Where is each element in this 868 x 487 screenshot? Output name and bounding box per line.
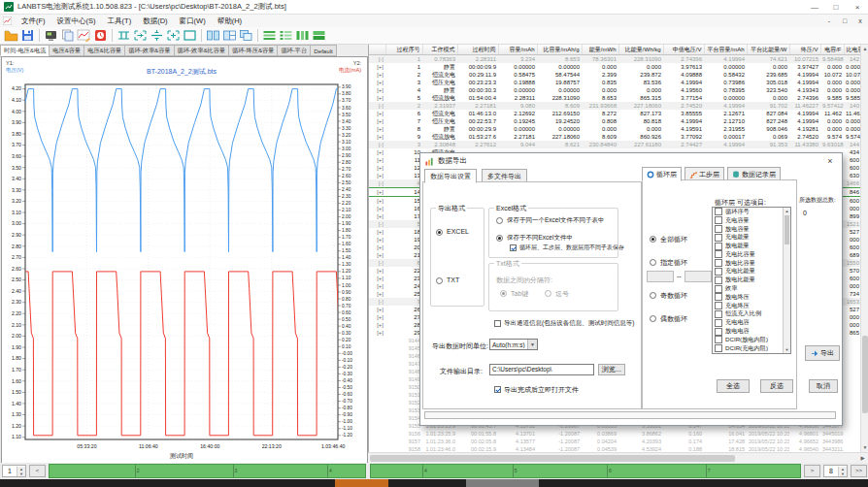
checkbox-icon[interactable] bbox=[715, 328, 722, 336]
expand-icon[interactable]: [+] bbox=[369, 313, 385, 321]
checkbox-channel-info-label[interactable]: 导出通道信息(包括设备信息、测试时间信息等) bbox=[504, 319, 634, 328]
radio-even-cycles[interactable] bbox=[650, 315, 656, 322]
output-dir-input[interactable]: C:\Users\pc\Desktop\ bbox=[489, 364, 594, 375]
expand-icon[interactable]: [+] bbox=[369, 86, 385, 94]
table-row[interactable]: 91561.01:23:25.900:01:55.84.13701-1.2008… bbox=[369, 430, 861, 438]
radio-specified-cycles-label[interactable]: 指定循环 bbox=[660, 258, 687, 268]
tile-grid-icon[interactable] bbox=[221, 28, 238, 43]
expand-icon[interactable]: [+] bbox=[369, 125, 385, 133]
radio-even-cycles-label[interactable]: 偶数循环 bbox=[660, 314, 687, 324]
radio-txt[interactable] bbox=[436, 277, 443, 284]
column-header[interactable]: 比容量/mAh/g bbox=[537, 45, 582, 55]
expand-icon[interactable]: [-] bbox=[369, 55, 385, 64]
radio-all-cycles[interactable] bbox=[650, 236, 656, 243]
save-icon[interactable] bbox=[19, 28, 36, 43]
table-row[interactable]: [+]7恒压充电00:22:53.70.1924519.245200.80880… bbox=[369, 117, 861, 125]
expand-icon[interactable]: [+] bbox=[369, 148, 385, 156]
chart-page-value[interactable]: 1 bbox=[3, 468, 17, 474]
column-header[interactable]: 电容/F bbox=[820, 45, 844, 55]
radio-excel[interactable] bbox=[436, 229, 443, 236]
split-horizontal-icon[interactable] bbox=[149, 28, 165, 43]
expand-icon[interactable]: [+] bbox=[369, 236, 385, 244]
time-unit-combobox[interactable]: Auto(h:m:s) ▼ bbox=[489, 339, 538, 350]
table-row[interactable]: [-]10.783632.283113.2348.65378.36301228.… bbox=[369, 55, 861, 64]
minimize-button[interactable]: — bbox=[804, 3, 825, 12]
expand-icon[interactable]: [-] bbox=[369, 259, 385, 267]
expand-icon[interactable] bbox=[369, 391, 385, 399]
checkbox-separate-sheets-label[interactable]: 循环层、工步层、数据层用不同子表保存 bbox=[519, 244, 624, 252]
checkbox-icon[interactable] bbox=[715, 216, 722, 224]
scroll-down-icon[interactable]: ▼ bbox=[861, 443, 868, 452]
expand-icon[interactable]: [+] bbox=[369, 156, 385, 164]
table-row[interactable]: [+]8静置00:00:29.90.000000.000000.0000.000… bbox=[369, 125, 861, 133]
spinner-arrows-icon[interactable]: ▲▼ bbox=[838, 467, 847, 476]
browse-button[interactable]: 浏览... bbox=[598, 364, 625, 375]
expand-icon[interactable]: [+] bbox=[369, 244, 385, 251]
tab-export-settings[interactable]: 数据导出设置 bbox=[424, 169, 477, 183]
view-tab[interactable]: 循环-终压&容量 bbox=[229, 45, 278, 56]
expand-icon[interactable] bbox=[369, 375, 385, 383]
cycle-item-checkbox[interactable]: 恒流充入比例 bbox=[713, 310, 790, 319]
taskbar-item[interactable] bbox=[335, 479, 388, 487]
expand-icon[interactable]: [+] bbox=[369, 79, 385, 86]
column-header[interactable]: 平台比能量/W bbox=[747, 45, 789, 55]
cascade-windows-icon[interactable] bbox=[238, 28, 254, 43]
expand-icon[interactable] bbox=[369, 352, 385, 360]
checkbox-icon[interactable] bbox=[715, 344, 722, 352]
list-scrollbar[interactable]: ▲▼ bbox=[783, 208, 790, 353]
column-header[interactable]: 能量/mWh bbox=[582, 45, 618, 55]
expand-icon[interactable]: [-] bbox=[369, 179, 385, 188]
spinner-arrows-icon[interactable]: ▲▼ bbox=[17, 467, 25, 476]
open-file-icon[interactable] bbox=[3, 28, 19, 43]
cycle-item-checkbox[interactable]: 充电比能量 bbox=[713, 268, 790, 276]
checkbox-icon[interactable] bbox=[715, 276, 722, 284]
scroll-right-icon[interactable]: ▶ bbox=[858, 454, 867, 463]
checkbox-icon[interactable] bbox=[715, 285, 722, 293]
checkbox-open-after-export[interactable] bbox=[494, 386, 501, 393]
radio-odd-cycles-label[interactable]: 奇数循环 bbox=[660, 291, 687, 301]
expand-icon[interactable] bbox=[369, 445, 385, 452]
table-row[interactable]: [+]1静置00:00:09.90.000000.000000.0000.000… bbox=[369, 63, 861, 71]
cycle-item-checkbox[interactable]: 放电能量 bbox=[713, 242, 790, 250]
column-header[interactable]: 比能量/Wh/kg bbox=[618, 45, 663, 55]
chevron-down-icon[interactable]: ▼ bbox=[527, 340, 537, 349]
dialog-close-icon[interactable]: × bbox=[823, 156, 837, 166]
expand-icon[interactable]: [+] bbox=[369, 188, 385, 197]
cycle-item-checkbox[interactable]: 充电比容量 bbox=[713, 250, 790, 259]
child-minimize-button[interactable]: - bbox=[821, 17, 837, 24]
table-last-page-button[interactable]: >> bbox=[851, 465, 867, 477]
list-detail-icon[interactable] bbox=[278, 28, 294, 43]
expand-icon[interactable] bbox=[369, 414, 385, 422]
table-page-progress[interactable]: 4567 bbox=[370, 464, 801, 478]
table-row[interactable]: [+]5恒流放电01:54:00.42.28311228.310908.6538… bbox=[369, 94, 861, 102]
cycle-item-checkbox[interactable]: 循环序号 bbox=[713, 208, 790, 216]
checkbox-separate-sheets[interactable] bbox=[510, 244, 517, 251]
chart-page-progress[interactable]: 234 bbox=[49, 464, 366, 478]
expand-icon[interactable] bbox=[369, 360, 385, 368]
column-header[interactable]: 终压/V bbox=[789, 45, 820, 55]
cycle-item-checkbox[interactable]: 放电容量 bbox=[713, 225, 790, 234]
invert-selection-button[interactable]: 反选 bbox=[760, 379, 793, 393]
column-header[interactable]: 比电容/F/g bbox=[844, 45, 861, 55]
checkbox-icon[interactable] bbox=[715, 302, 722, 309]
expand-icon[interactable]: [-] bbox=[369, 102, 385, 110]
view-tab[interactable]: 时间-电压&电流 bbox=[0, 45, 50, 56]
expand-icon[interactable]: [+] bbox=[369, 251, 385, 259]
expand-icon[interactable]: [+] bbox=[369, 290, 385, 298]
radio-same-excel-file[interactable] bbox=[496, 217, 503, 224]
cycle-item-checkbox[interactable]: 充电容量 bbox=[713, 216, 790, 225]
radio-comma[interactable] bbox=[545, 290, 551, 297]
radio-odd-cycles[interactable] bbox=[650, 292, 656, 299]
checkbox-icon[interactable] bbox=[715, 336, 722, 343]
hscroll-thumb[interactable] bbox=[370, 455, 735, 462]
column-header[interactable]: 工作模式 bbox=[422, 45, 457, 55]
table-row[interactable]: 91571.01:23:36.000:02:05.84.13577-1.2008… bbox=[369, 438, 861, 445]
expand-icon[interactable]: [+] bbox=[369, 71, 385, 79]
copy-icon[interactable] bbox=[59, 28, 76, 43]
maximize-button[interactable]: □ bbox=[825, 3, 847, 12]
radio-same-excel-file-label[interactable]: 保存于同一个Excel文件不同子表中 bbox=[507, 216, 604, 225]
radio-comma-label[interactable]: 逗号 bbox=[555, 289, 569, 299]
expand-icon[interactable] bbox=[369, 337, 385, 344]
cycle-item-checkbox[interactable]: 放电终压 bbox=[713, 293, 790, 302]
taskbar-item[interactable] bbox=[466, 479, 539, 487]
